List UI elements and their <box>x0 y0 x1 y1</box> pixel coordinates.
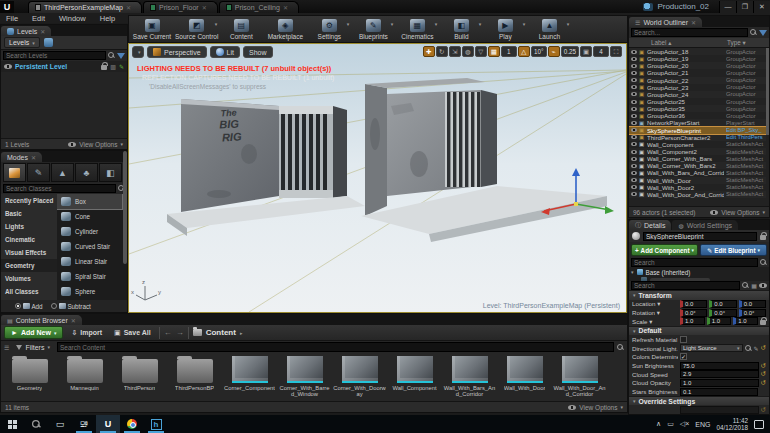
display-icon[interactable]: ▭ <box>667 420 674 428</box>
eyedropper-icon[interactable]: ✎ <box>754 345 759 352</box>
outliner-view-options[interactable]: View Options ▾ <box>710 209 765 216</box>
close-tab-icon[interactable]: ✕ <box>283 4 288 11</box>
foliage-mode-button[interactable]: ♣ <box>75 163 98 182</box>
search-levels-input[interactable] <box>3 51 106 60</box>
actor-type[interactable]: GroupActor <box>726 106 766 112</box>
sources-panel-toggle[interactable]: ☰ <box>4 344 9 351</box>
taskbar-search-button[interactable] <box>24 415 48 433</box>
scale-z-field[interactable]: 1.0 <box>733 317 758 325</box>
maximize-button[interactable]: ❐ <box>736 1 753 13</box>
actor-type[interactable]: StaticMeshAct <box>726 177 766 183</box>
location-y-field[interactable]: 0.0 <box>709 300 736 308</box>
outliner-row[interactable]: ▣ Wall_With_Door2 StaticMeshAct <box>629 184 766 191</box>
actor-type[interactable]: PlayerStart <box>726 120 766 126</box>
close-button[interactable]: ✕ <box>753 1 770 13</box>
outliner-row[interactable]: ▣ GroupActor35 GroupActor <box>629 105 766 112</box>
rotation-y-field[interactable]: 0.0° <box>709 309 736 317</box>
search-content-input[interactable] <box>57 342 614 352</box>
placeable-item[interactable]: Spiral Stair <box>57 269 122 284</box>
mode-category[interactable]: Recently Placed <box>1 194 57 207</box>
filters-button[interactable]: Filters▾ <box>12 344 54 351</box>
property-search-input[interactable] <box>631 281 740 290</box>
visibility-eye-icon[interactable] <box>631 85 637 89</box>
asset-item[interactable]: Wall_With_Door_And_Corridor <box>553 356 606 401</box>
actor-name-field[interactable] <box>643 232 757 241</box>
rotation-label[interactable]: Rotation ▾ <box>632 309 678 316</box>
default-section-header[interactable]: ▾Default <box>629 326 769 335</box>
grid-snap-button[interactable]: ▦ <box>488 46 500 57</box>
component-child-row[interactable] <box>631 276 767 281</box>
actor-type[interactable]: Edit BP_Sky_ <box>726 127 766 133</box>
asset-item[interactable]: ThirdPerson <box>113 356 166 401</box>
actor-type[interactable]: GroupActor <box>726 56 766 62</box>
visibility-eye-icon[interactable] <box>631 92 637 96</box>
camera-speed-value[interactable]: 4 <box>593 46 609 57</box>
label-column-header[interactable]: Label ▴ <box>629 39 727 46</box>
import-button[interactable]: ⇩Import <box>67 329 106 337</box>
chevron-down-icon[interactable]: ▾ <box>479 21 482 27</box>
mode-category[interactable]: Visual Effects <box>1 246 57 259</box>
outliner-row[interactable]: ▣ Wall_With_Door_And_Corrid StaticMeshAc… <box>629 191 766 198</box>
tab-levels[interactable]: Levels ✕ <box>1 26 51 36</box>
asset-item[interactable]: Wall_Component <box>388 356 441 401</box>
breadcrumb-expand-icon[interactable]: ▸ <box>240 330 243 336</box>
actor-type[interactable]: GroupActor <box>726 113 766 119</box>
actor-type[interactable]: GroupActor <box>726 84 766 90</box>
stars-brightness-field[interactable]: 0.1 <box>680 388 758 396</box>
rotation-snap-value[interactable]: 10° <box>531 46 547 57</box>
visibility-eye-icon[interactable] <box>631 128 637 132</box>
close-tab-icon[interactable]: ✕ <box>126 4 131 11</box>
menu-item[interactable]: Window <box>59 14 86 23</box>
app-unreal-engine[interactable]: U <box>96 415 120 433</box>
outliner-row[interactable]: ▣ GroupActor_18 GroupActor <box>629 48 766 55</box>
actor-type[interactable]: GroupActor <box>726 49 766 55</box>
reset-icon[interactable]: ↺ <box>761 362 766 370</box>
type-column-header[interactable]: Type ▾ <box>727 39 769 46</box>
visibility-eye-icon[interactable] <box>631 50 637 54</box>
asset-item[interactable]: ThirdPersonBP <box>168 356 221 401</box>
toolbar-button[interactable]: ▶ Play ▾ <box>484 17 526 42</box>
actor-type[interactable]: StaticMeshAct <box>726 141 766 147</box>
subtract-radio[interactable]: Subtract <box>51 303 91 310</box>
tab-world-outliner[interactable]: ☰ World Outliner ✕ <box>629 17 702 27</box>
show-button[interactable]: Show <box>243 46 273 58</box>
save-all-button[interactable]: ▣Save All <box>110 329 155 337</box>
visibility-eye-icon[interactable] <box>631 78 637 82</box>
property-visibility-icon[interactable] <box>759 283 767 288</box>
close-tab-icon[interactable]: ✕ <box>202 4 207 11</box>
minimize-button[interactable]: — <box>719 1 736 13</box>
rotate-tool-button[interactable]: ↻ <box>436 46 448 57</box>
lock-icon[interactable] <box>101 65 107 70</box>
mode-category[interactable]: Basic <box>1 207 57 220</box>
rotation-snap-button[interactable]: △ <box>518 46 530 57</box>
reset-icon[interactable]: ↺ <box>761 370 766 378</box>
clock[interactable]: 11:42 04/12/2018 <box>716 417 748 431</box>
outliner-search-input[interactable] <box>631 28 748 37</box>
actor-type[interactable]: StaticMeshAct <box>726 163 766 169</box>
visibility-eye-icon[interactable] <box>631 150 637 154</box>
outliner-row[interactable]: ▣ GroupActor25 GroupActor <box>629 98 766 105</box>
close-icon[interactable]: ✕ <box>40 28 45 35</box>
breadcrumb[interactable]: Content <box>206 328 236 337</box>
visibility-eye-icon[interactable] <box>631 164 637 168</box>
chevron-down-icon[interactable]: ▾ <box>391 21 394 27</box>
placeable-item[interactable]: Linear Stair <box>57 254 122 269</box>
asset-item[interactable]: Corner_Component <box>223 356 276 401</box>
outliner-row[interactable]: ▣ SkySphereBlueprint Edit BP_Sky_ <box>629 127 766 134</box>
light-source-dropdown[interactable]: Light Source▾ <box>680 344 743 352</box>
location-z-field[interactable]: 0.0 <box>739 300 766 308</box>
grid-snap-value[interactable]: 1 <box>501 46 517 57</box>
toolbar-button[interactable]: ◩ Source Control ▾ <box>175 17 218 42</box>
world-coord-button[interactable]: ◍ <box>462 46 474 57</box>
reset-icon[interactable]: ↺ <box>761 344 766 352</box>
actor-type[interactable]: GroupActor <box>726 70 766 76</box>
back-button[interactable]: ← <box>164 328 172 337</box>
scale-snap-value[interactable]: 0.25 <box>561 46 579 57</box>
app-chrome[interactable] <box>120 415 144 433</box>
mode-category[interactable]: Lights <box>1 220 57 233</box>
actor-type[interactable]: GroupActor <box>726 99 766 105</box>
landscape-mode-button[interactable]: ▲ <box>51 163 74 182</box>
filter-funnel-icon[interactable] <box>759 30 767 36</box>
actor-type[interactable]: StaticMeshAct <box>726 149 766 155</box>
outliner-row[interactable]: ▣ Wall_Corner_With_Bars StaticMeshAct <box>629 155 766 162</box>
